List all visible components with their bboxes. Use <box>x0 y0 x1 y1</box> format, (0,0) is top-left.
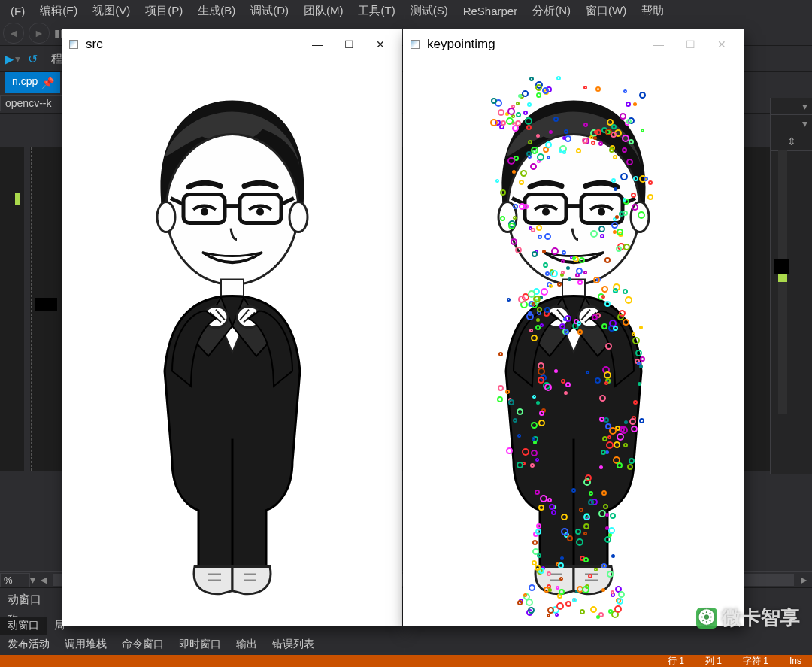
keypoint-marker <box>598 226 605 232</box>
keypoint-marker <box>617 433 624 441</box>
watermark: ❂ 微卡智享 <box>696 605 800 631</box>
output-tab[interactable]: 输出 <box>229 635 265 655</box>
keypoint-title: keypointimg <box>427 37 643 52</box>
scroll-right-icon[interactable]: ► <box>795 574 812 586</box>
maximize-button[interactable]: ☐ <box>333 33 365 56</box>
menu-item[interactable]: 分析(N) <box>525 1 578 21</box>
zoom-input[interactable]: % <box>0 573 30 587</box>
menu-item[interactable]: 生成(B) <box>190 1 243 21</box>
keypoint-marker <box>523 593 527 597</box>
chevron-down-icon[interactable]: ▾ <box>15 53 20 65</box>
keypoint-marker <box>529 77 534 81</box>
autos-tab[interactable]: 动窗口 <box>0 617 47 635</box>
navigator-combo[interactable]: opencv--k <box>0 95 63 111</box>
menu-item[interactable]: 调试(D) <box>243 1 296 21</box>
menu-item[interactable]: 测试(S) <box>403 1 456 21</box>
menu-item[interactable]: 编辑(E) <box>32 1 85 21</box>
nav-fwd-button[interactable]: ► <box>29 23 50 44</box>
wechat-icon: ❂ <box>696 608 717 629</box>
minimap-track[interactable] <box>778 150 787 414</box>
play-icon[interactable]: ▶ <box>5 52 14 66</box>
keypoint-marker <box>627 464 633 470</box>
nav-back-button[interactable]: ◄ <box>3 23 24 44</box>
menu-item[interactable]: ReSharper <box>456 2 526 20</box>
output-tab[interactable]: 调用堆栈 <box>57 635 114 655</box>
keypoint-marker <box>530 163 537 170</box>
menu-item[interactable]: 窗口(W) <box>578 1 634 21</box>
panel-dropdown-2[interactable]: ▾ <box>771 115 812 132</box>
close-button[interactable]: ✕ <box>365 33 396 56</box>
keypoint-marker <box>632 204 638 211</box>
keypoint-marker <box>515 120 521 126</box>
keypoint-marker <box>611 222 618 229</box>
keypoint-marker <box>599 417 604 422</box>
keypoint-marker <box>529 329 533 332</box>
keypoint-marker <box>540 495 547 502</box>
keypoint-marker <box>543 262 548 268</box>
keypoint-marker <box>532 251 538 257</box>
keypoint-marker <box>556 76 561 80</box>
src-canvas <box>62 59 402 626</box>
keypoint-marker <box>526 125 532 130</box>
keypoint-marker <box>638 211 645 219</box>
maximize-button[interactable]: ☐ <box>674 33 706 56</box>
keypoint-marker <box>595 129 601 135</box>
keypoint-marker <box>572 256 576 260</box>
keypoint-marker <box>647 194 653 200</box>
keypoint-marker <box>604 417 609 423</box>
menu-item[interactable]: 帮助 <box>634 1 671 21</box>
minimap-viewport[interactable] <box>774 259 789 274</box>
keypoint-marker <box>605 343 612 350</box>
keypoint-marker <box>525 117 532 125</box>
keypoint-marker <box>576 268 583 274</box>
pin-icon[interactable]: 📌 <box>41 77 54 89</box>
selection-marker <box>35 298 57 311</box>
minimize-button[interactable]: — <box>643 33 674 56</box>
keypoint-marker <box>532 302 535 306</box>
keypoint-marker <box>548 588 552 592</box>
minimize-button[interactable]: — <box>301 33 333 56</box>
keypoint-marker <box>583 532 587 535</box>
keypoint-marker <box>506 117 514 125</box>
keypoint-marker <box>498 385 504 391</box>
keypoint-marker <box>547 607 554 614</box>
keypoint-marker <box>620 426 628 434</box>
keypoint-titlebar[interactable]: keypointimg — ☐ ✕ <box>403 29 744 59</box>
menu-item[interactable]: 团队(M) <box>296 1 351 21</box>
keypoint-marker <box>508 157 515 165</box>
output-tab[interactable]: 即时窗口 <box>171 635 229 655</box>
keypoint-marker <box>491 98 497 104</box>
keypoint-marker <box>542 87 549 94</box>
menu-item[interactable]: 视图(V) <box>85 1 138 21</box>
svg-point-2 <box>289 202 308 232</box>
keypoint-marker <box>559 577 563 581</box>
status-line: 行 1 <box>657 655 695 668</box>
keypoint-marker <box>541 288 548 296</box>
collapse-icon[interactable]: ⇕ <box>771 132 812 151</box>
keypoint-marker <box>536 92 541 98</box>
keypoint-marker <box>583 557 589 562</box>
panel-dropdown[interactable]: ▾ <box>771 98 812 115</box>
keypoint-marker <box>533 441 537 444</box>
keypoint-marker <box>633 176 638 181</box>
file-tab[interactable]: n.cpp 📌 <box>5 72 60 93</box>
close-button[interactable]: ✕ <box>706 33 738 56</box>
keypoint-marker <box>562 250 566 255</box>
src-titlebar[interactable]: src — ☐ ✕ <box>62 29 402 59</box>
keypoint-marker <box>565 315 571 322</box>
menu-item[interactable]: 项目(P) <box>138 1 190 21</box>
scroll-left-icon[interactable]: ◄ <box>35 574 52 586</box>
keypoint-marker <box>616 246 622 252</box>
keypoint-marker <box>507 298 511 302</box>
output-tab[interactable]: 错误列表 <box>265 635 322 655</box>
keypoint-marker <box>599 395 606 402</box>
keypoint-marker <box>629 458 635 464</box>
menu-item[interactable]: 工具(T) <box>350 1 402 21</box>
output-tab[interactable]: 命令窗口 <box>114 635 171 655</box>
keypoint-marker <box>648 180 653 185</box>
keypoint-marker <box>619 310 626 317</box>
continue-icon[interactable]: ↺ <box>28 52 38 66</box>
indent-guide <box>31 147 32 471</box>
menu-item[interactable]: (F) <box>3 2 32 20</box>
output-tab[interactable]: 发布活动 <box>0 635 57 655</box>
